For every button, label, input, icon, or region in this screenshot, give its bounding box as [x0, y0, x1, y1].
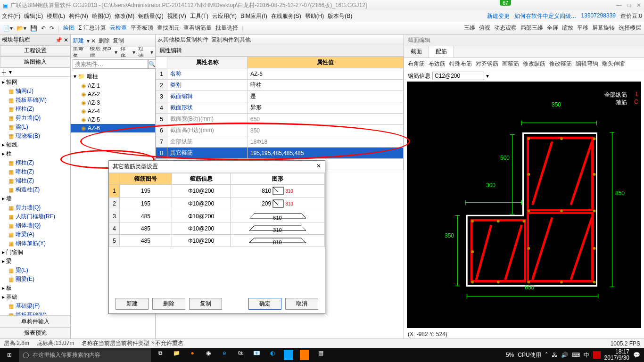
- single-component-button[interactable]: 单构件输入: [0, 316, 70, 327]
- rebar-tool-button[interactable]: 布角筋: [408, 60, 425, 68]
- component-item[interactable]: ◉ AZ-3: [71, 99, 155, 107]
- property-row[interactable]: 4截面形状异形: [156, 102, 404, 114]
- find-element-button[interactable]: 查找图元: [157, 24, 180, 32]
- dialog-copy-button[interactable]: 复制: [189, 298, 222, 310]
- close-icon[interactable]: ✕: [636, 2, 641, 8]
- tree-group[interactable]: ▸ 梁: [0, 257, 70, 266]
- rebar-tool-button[interactable]: 编辑弯钩: [576, 60, 598, 68]
- tab-section[interactable]: 截面: [404, 46, 429, 58]
- property-row[interactable]: 2类别暗柱: [156, 80, 404, 91]
- dialog-ok-button[interactable]: 确定: [248, 298, 281, 310]
- tree-item[interactable]: ▦ 筏板基础(M): [0, 96, 70, 105]
- search-input[interactable]: [73, 59, 148, 69]
- copy-to-floor-button[interactable]: 复制构件到其他: [211, 36, 251, 44]
- component-item[interactable]: ◉ AZ-6: [71, 124, 155, 132]
- menu-floor[interactable]: 楼层(L): [47, 12, 65, 20]
- start-button[interactable]: ⊞: [0, 352, 19, 358]
- view-3d-button[interactable]: 三维: [464, 24, 475, 32]
- tree-item[interactable]: ▦ 暗梁(A): [0, 230, 70, 239]
- stirrup-row[interactable]: 4485Φ10@200310: [109, 222, 325, 235]
- module-tree[interactable]: ▸ 轴网▦ 轴网(J)▦ 筏板基础(M)▦ 框柱(Z)▦ 剪力墙(Q)▦ 梁(L…: [0, 77, 70, 315]
- tree-item[interactable]: ▦ 梁(L): [0, 266, 70, 275]
- property-row[interactable]: 5截面宽(B边)(mm)650: [156, 114, 404, 125]
- dialog-close-icon[interactable]: ✕: [316, 163, 321, 171]
- tree-item[interactable]: ▦ 剪力墙(Q): [0, 203, 70, 212]
- view-top-button[interactable]: 俯视: [479, 24, 490, 32]
- tree-group[interactable]: ▸ 基础: [0, 293, 70, 302]
- firefox-icon[interactable]: ●: [188, 350, 197, 360]
- batch-select-button[interactable]: 批量选择: [215, 24, 238, 32]
- tree-item[interactable]: ▦ 轴网(J): [0, 87, 70, 96]
- app5-icon[interactable]: ▤: [316, 350, 325, 360]
- tree-item[interactable]: ▦ 筏板基础(M): [0, 311, 70, 315]
- menu-edit[interactable]: 编辑(E): [24, 12, 43, 20]
- fullscreen-button[interactable]: 全屏: [547, 24, 558, 32]
- rebar-tool-button[interactable]: 对齐钢筋: [476, 60, 498, 68]
- new-component-button[interactable]: 新建: [73, 37, 84, 45]
- save-icon[interactable]: 💾: [30, 25, 37, 32]
- pin-icon[interactable]: 📌 ✕: [55, 37, 68, 43]
- tray-notifications-icon[interactable]: 💬: [633, 352, 640, 358]
- delete-component-button[interactable]: 删除: [99, 37, 110, 45]
- report-preview-button[interactable]: 报表预览: [0, 327, 70, 338]
- tree-item[interactable]: ▦ 人防门框墙(RF): [0, 212, 70, 221]
- taskbar-search[interactable]: ◯ 在这里输入你要搜索的内容: [19, 348, 151, 362]
- user-id[interactable]: 13907298339: [581, 12, 616, 20]
- app4-icon[interactable]: [300, 350, 309, 360]
- tree-item[interactable]: ▦ 圈梁(E): [0, 275, 70, 284]
- menu-version[interactable]: 版本号(B): [328, 12, 352, 20]
- component-item[interactable]: ◉ AZ-4: [71, 107, 155, 115]
- menu-view[interactable]: 视图(V): [167, 12, 186, 20]
- copy-component-button[interactable]: 复制: [113, 37, 124, 45]
- store-icon[interactable]: 🛍: [236, 350, 245, 360]
- draw-input-button[interactable]: 绘图输入: [0, 57, 70, 67]
- tree-group[interactable]: ▸ 板: [0, 284, 70, 293]
- app2-icon[interactable]: ◐: [268, 350, 277, 360]
- menu-component[interactable]: 构件(N): [69, 12, 88, 20]
- draw-button[interactable]: 绘图: [63, 24, 74, 32]
- property-row[interactable]: 8其它箍筋195,195,485,485,485: [156, 148, 404, 159]
- tree-group[interactable]: ▸ 柱: [0, 149, 70, 158]
- tray-sogou-icon[interactable]: [593, 351, 601, 359]
- tree-group[interactable]: ▸ 门窗洞: [0, 248, 70, 257]
- view-rebar-button[interactable]: 查看钢筋量: [183, 24, 212, 32]
- cloud-check-button[interactable]: 云检查: [110, 24, 127, 32]
- rebar-tool-button[interactable]: 画箍筋: [502, 60, 519, 68]
- rotate-screen-button[interactable]: 屏幕旋转: [592, 24, 615, 32]
- tray-up-icon[interactable]: ˄: [545, 352, 548, 358]
- minimize-icon[interactable]: —: [616, 2, 622, 8]
- dialog-new-button[interactable]: 新建: [116, 298, 149, 310]
- taskview-icon[interactable]: ⧉: [156, 350, 165, 360]
- search-button[interactable]: 🔍: [148, 59, 156, 69]
- tree-item[interactable]: ▦ 端柱(Z): [0, 176, 70, 185]
- open-icon[interactable]: 📂▾: [17, 25, 26, 32]
- tree-item[interactable]: ▦ 构造柱(Z): [0, 185, 70, 194]
- tree-item[interactable]: ▦ 砌体加筋(Y): [0, 239, 70, 248]
- properties-table[interactable]: 属性名称属性值 1名称AZ-62类别暗柱3截面编辑是4截面形状异形5截面宽(B边…: [156, 57, 404, 170]
- app1-icon[interactable]: 📧: [252, 350, 261, 360]
- section-canvas[interactable]: 350 500 300 850 350 650 全部纵筋 箍筋 1 C: [407, 82, 641, 328]
- pan-button[interactable]: 平移: [577, 24, 588, 32]
- rename-button[interactable]: 重命名: [73, 47, 87, 58]
- tree-item[interactable]: ▦ 基础梁(F): [0, 302, 70, 311]
- tree-item[interactable]: ▦ 剪力墙(Q): [0, 114, 70, 123]
- rebar-tool-button[interactable]: 端头伸缩: [602, 60, 625, 68]
- rebar-info-input[interactable]: [432, 72, 484, 80]
- component-item[interactable]: ◉ AZ-5: [71, 115, 155, 124]
- menu-file[interactable]: 文件(F): [2, 12, 20, 20]
- tree-group[interactable]: ▸ 轴线: [0, 140, 70, 149]
- project-settings-button[interactable]: 工程设置: [0, 45, 70, 56]
- align-top-button[interactable]: 平齐板顶: [131, 24, 153, 32]
- copy-from-floor-button[interactable]: 从其他楼层复制构件: [157, 36, 208, 44]
- redo-icon[interactable]: ↷: [50, 25, 54, 32]
- maximize-icon[interactable]: □: [627, 2, 631, 8]
- tree-item[interactable]: ▦ 现浇板(B): [0, 132, 70, 140]
- floor-selector[interactable]: 楼层 第5层: [90, 47, 112, 58]
- explorer-icon[interactable]: 📁: [172, 350, 181, 360]
- stirrup-row[interactable]: 3485Φ10@200610: [109, 210, 325, 222]
- rebar-tool-button[interactable]: 特殊布筋: [449, 60, 472, 68]
- tree-item[interactable]: ▦ 砌体墙(Q): [0, 221, 70, 230]
- chrome-icon[interactable]: ◉: [204, 350, 213, 360]
- property-row[interactable]: 7全部纵筋18Φ18: [156, 136, 404, 148]
- menu-draw[interactable]: 绘图(D): [92, 12, 111, 20]
